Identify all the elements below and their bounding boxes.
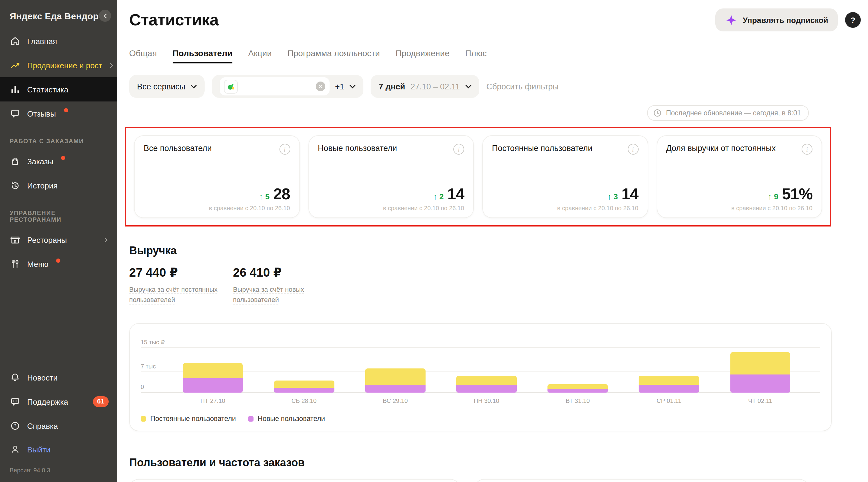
kpi-card-all-users: Все пользователи i ↑ 5 28 в сравнении с … <box>134 135 300 218</box>
sidebar-item-help[interactable]: ? Справка <box>0 414 117 438</box>
info-icon[interactable]: i <box>627 144 638 155</box>
period-filter[interactable]: 7 дней 27.10 – 02.11 <box>371 75 479 98</box>
sidebar-item-history[interactable]: История <box>0 173 117 198</box>
stacked-bar <box>456 376 517 393</box>
tab-general[interactable]: Общая <box>129 48 157 63</box>
tab-loyalty[interactable]: Программа лояльности <box>287 48 380 63</box>
sidebar-item-orders[interactable]: Заказы <box>0 149 117 173</box>
bar-segment-regular <box>183 363 243 379</box>
legend-item-new[interactable]: Новые пользователи <box>248 415 325 422</box>
bar-slot[interactable] <box>441 348 532 393</box>
x-axis-label: ВТ 31.10 <box>532 397 623 404</box>
orders-frequency-card: Частота заказов 8 <box>474 479 809 482</box>
tab-promotion[interactable]: Продвижение <box>396 48 450 63</box>
info-icon[interactable]: i <box>453 144 464 155</box>
help-button[interactable]: ? <box>845 12 861 28</box>
revenue-metric-regular: 27 440 ₽ Выручка за счёт постоянных поль… <box>129 265 218 305</box>
sidebar-item-reviews[interactable]: Отзывы <box>0 101 117 126</box>
bar-segment-new <box>183 379 243 393</box>
support-badge: 61 <box>93 396 109 407</box>
x-axis-label: ПН 30.10 <box>441 397 532 404</box>
notification-dot <box>56 258 60 263</box>
sidebar-item-home[interactable]: Главная <box>0 29 117 53</box>
services-filter[interactable]: Все сервисы <box>129 75 205 98</box>
kpi-delta: ↑ 5 <box>259 192 270 201</box>
sidebar-item-label: Продвижение и рост <box>27 61 102 70</box>
storefront-icon <box>10 234 21 245</box>
x-axis-label: СБ 28.10 <box>258 397 349 404</box>
bar-slot[interactable] <box>350 348 441 393</box>
reviews-icon <box>10 108 21 119</box>
clear-selection-button[interactable]: ✕ <box>316 82 326 91</box>
logout-button[interactable]: Выйти <box>0 438 117 461</box>
app-window: Яндекс Еда Вендор Главная Продвижение и … <box>0 0 868 482</box>
user-icon <box>10 444 21 455</box>
sidebar-item-label: Меню <box>27 260 48 269</box>
support-chat-icon <box>10 396 21 407</box>
y-axis-label: 0 <box>141 384 144 390</box>
revenue-label[interactable]: Выручка за счёт постоянных пользователей <box>129 284 218 305</box>
app-version: Версия: 94.0.3 <box>0 461 117 482</box>
legend-swatch-0 <box>141 416 146 421</box>
legend-label: Новые пользователи <box>258 415 325 422</box>
sidebar-item-statistics[interactable]: Статистика <box>0 77 117 101</box>
kpi-value: 28 <box>273 185 290 204</box>
sidebar-item-growth[interactable]: Продвижение и рост <box>0 53 117 77</box>
chevron-right-icon <box>109 62 114 68</box>
manage-subscription-button[interactable]: Управлять подпиской <box>715 8 838 31</box>
kpi-compare-note: в сравнении с 20.10 по 26.10 <box>209 205 290 211</box>
stacked-bar <box>639 376 699 393</box>
bar-slot[interactable] <box>623 348 714 393</box>
question-circle-icon: ? <box>10 420 21 431</box>
stacked-bar <box>274 381 334 393</box>
sidebar-item-support[interactable]: Поддержка 61 <box>0 390 117 414</box>
y-axis-label: 7 тыс <box>141 363 156 369</box>
x-axis-label: ВС 29.10 <box>350 397 441 404</box>
last-update-text: Последнее обновление — сегодня, в 8:01 <box>666 109 801 117</box>
sidebar-item-restaurants[interactable]: Рестораны <box>0 228 117 252</box>
sidebar-item-label: История <box>27 181 58 190</box>
bar-slot[interactable] <box>167 348 258 393</box>
info-icon[interactable]: i <box>279 144 290 155</box>
kpi-card-regular-revenue-share: Доля выручки от постоянных i ↑ 9 51% в с… <box>656 135 822 218</box>
extra-count-label: +1 <box>335 82 344 91</box>
revenue-chart-plot: 15 тыс ₽7 тыс0 <box>141 348 820 393</box>
service-logo-icon <box>224 80 238 93</box>
info-icon[interactable]: i <box>802 144 812 155</box>
kpi-compare-note: в сравнении с 20.10 по 26.10 <box>731 205 812 211</box>
revenue-label[interactable]: Выручка за счёт новых пользователей <box>233 284 322 305</box>
notification-dot <box>61 155 65 160</box>
help-label: ? <box>850 16 855 25</box>
chevron-right-icon <box>103 237 108 242</box>
tab-users[interactable]: Пользователи <box>173 48 233 63</box>
bar-segment-new <box>456 386 517 393</box>
annotation-highlight: Все пользователи i ↑ 5 28 в сравнении с … <box>125 127 831 227</box>
stacked-bar <box>548 385 608 393</box>
sidebar: Яндекс Еда Вендор Главная Продвижение и … <box>0 0 117 482</box>
bar-slot[interactable] <box>258 348 349 393</box>
tab-plus[interactable]: Плюс <box>465 48 487 63</box>
sidebar-item-news[interactable]: Новости <box>0 365 117 390</box>
reset-filters-link[interactable]: Сбросить фильтры <box>486 82 558 91</box>
legend-item-regular[interactable]: Постоянные пользователи <box>141 415 236 422</box>
kpi-value: 14 <box>447 185 464 204</box>
bar-segment-regular <box>548 385 608 389</box>
bar-segment-new <box>274 388 334 393</box>
logout-label: Выйти <box>27 445 51 454</box>
clock-icon <box>653 109 662 117</box>
kpi-value: 14 <box>621 185 638 204</box>
bar-slot[interactable] <box>532 348 623 393</box>
sparkle-icon <box>725 13 737 26</box>
tab-promotions[interactable]: Акции <box>248 48 272 63</box>
kpi-title: Доля выручки от постоянных <box>666 144 776 153</box>
sidebar-item-menu[interactable]: Меню <box>0 252 117 276</box>
sidebar-item-label: Статистика <box>27 85 68 94</box>
stats-icon <box>10 84 21 95</box>
sidebar-item-label: Отзывы <box>27 109 56 118</box>
sidebar-collapse-button[interactable] <box>99 10 111 22</box>
revenue-chart-card: 15 тыс ₽7 тыс0 ПТ 27.10СБ 28.10ВС 29.10П… <box>129 323 832 431</box>
kpi-delta: ↑ 2 <box>433 192 444 201</box>
bar-slot[interactable] <box>715 348 806 393</box>
bar-segment-regular <box>274 381 334 388</box>
service-select-filter[interactable]: ✕ +1 <box>212 75 364 98</box>
